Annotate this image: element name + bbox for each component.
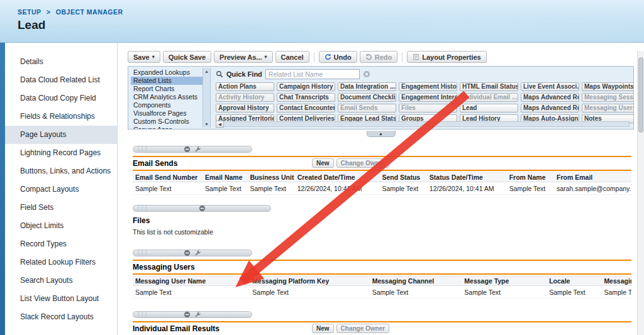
table-cell: Sample Text (601, 288, 631, 296)
related-list-item[interactable]: Messaging Users (582, 104, 633, 113)
related-list-item[interactable]: Individual Email ... (460, 93, 518, 102)
cancel-button[interactable]: Cancel (275, 51, 309, 63)
palette-category[interactable]: CRM Analytics Assets (131, 93, 203, 101)
sidebar-item[interactable]: Search Layouts (5, 272, 117, 290)
section-properties-wrench-icon[interactable] (194, 311, 201, 318)
scrollbar-thumb[interactable] (638, 57, 643, 133)
collapse-palette-handle[interactable]: ▲ (367, 131, 396, 137)
scroll-down-icon[interactable]: ▼ (204, 122, 209, 126)
related-list-item[interactable]: Messaging Sessions (582, 93, 633, 102)
palette-category[interactable]: Custom S-Controls (131, 118, 203, 126)
related-list-item[interactable]: Email Sends (338, 104, 396, 113)
layout-properties-icon (413, 53, 419, 60)
sidebar-item[interactable]: Related Lookup Filters (5, 253, 117, 272)
layout-canvas: ⋮⋮⋮ Email Sends New Change Owner (128, 146, 634, 335)
remove-section-icon[interactable] (184, 311, 191, 318)
section-title: Files (133, 216, 150, 225)
remove-section-icon[interactable] (184, 146, 191, 153)
related-list-item[interactable]: Document Checklis... (338, 93, 396, 102)
breadcrumb-object-manager-link[interactable]: OBJECT MANAGER (56, 8, 123, 16)
palette-category[interactable]: Canvas Apps (131, 126, 203, 129)
related-list-item[interactable]: Live Event Associ... (521, 82, 579, 91)
table-cell: Sample Text (133, 288, 250, 296)
related-list-item[interactable]: Contact Encounters (277, 104, 335, 113)
remove-section-icon[interactable] (199, 205, 206, 212)
layout-properties-button[interactable]: Layout Properties (407, 51, 487, 63)
related-list-item[interactable]: Maps Advanced Rou... (521, 93, 579, 102)
sidebar-item[interactable]: Lightning Record Pages (5, 144, 117, 162)
palette-category-scrollbar[interactable]: ▲ ▼ (203, 68, 211, 128)
section-title: Individual Email Results (133, 324, 219, 333)
quick-find-input[interactable] (265, 69, 360, 79)
related-list-item[interactable]: Engagement Intera... (399, 93, 457, 102)
change-owner-button[interactable]: Change Owner (336, 158, 390, 168)
related-list-item[interactable]: Maps Advanced Rou... (521, 104, 579, 113)
related-list-item[interactable]: Data Integration ... (338, 82, 396, 91)
section-drag-bar[interactable]: ⋮⋮⋮ (133, 311, 252, 318)
sidebar-item[interactable]: Data Cloud Related List (5, 71, 117, 89)
clear-search-icon[interactable] (363, 70, 370, 78)
section-properties-wrench-icon[interactable] (194, 146, 201, 153)
table-header-row: Messaging User Name Messaging Platform K… (133, 276, 631, 286)
scroll-left-icon[interactable]: ◀ (216, 121, 224, 128)
save-button[interactable]: Save ▾ (128, 51, 160, 63)
sidebar-item[interactable]: Field Sets (5, 199, 117, 217)
drop-indicator-line (133, 156, 631, 157)
section-drag-bar[interactable]: ⋮⋮⋮ (133, 250, 252, 256)
new-button[interactable]: New (312, 158, 334, 168)
scroll-up-icon[interactable]: ▲ (204, 69, 209, 74)
sidebar-item[interactable]: Data Cloud Copy Field (5, 89, 117, 107)
sidebar-item[interactable]: Slack Record Layouts (5, 308, 117, 326)
related-list-item[interactable]: Action Plans (216, 82, 274, 91)
preview-as-button[interactable]: Preview As... ▾ (214, 51, 272, 63)
quick-save-button[interactable]: Quick Save (163, 51, 211, 63)
sidebar-item[interactable]: Compact Layouts (5, 180, 117, 199)
redo-icon (365, 53, 372, 60)
table-header-row: Email Send Number Email Name Business Un… (133, 172, 631, 182)
related-list-item[interactable]: HTML Email Status (460, 82, 518, 91)
palette-category[interactable]: Visualforce Pages (131, 109, 203, 118)
palette-category[interactable]: Report Charts (131, 85, 203, 93)
sidebar-item[interactable]: Object Limits (5, 217, 117, 235)
related-list-item[interactable]: Files (399, 104, 457, 113)
section-drag-bar[interactable]: ⋮⋮⋮ (133, 146, 252, 153)
breadcrumb-separator: > (47, 8, 51, 16)
section-properties-wrench-icon[interactable] (194, 250, 201, 256)
palette-category[interactable]: Components (131, 101, 203, 109)
remove-section-icon[interactable] (184, 250, 191, 256)
sidebar-item[interactable]: Page Layouts (5, 126, 117, 144)
sidebar-item[interactable]: Record Types (5, 235, 117, 253)
toolbar-divider (314, 52, 314, 62)
undo-button[interactable]: Undo (319, 51, 357, 63)
table-cell: Sample Text (250, 288, 369, 296)
palette-panel: Expanded Lookups Related Lists Report Ch… (128, 66, 634, 129)
section-drag-bar[interactable]: ⋮⋮⋮ (133, 205, 271, 212)
related-list-item[interactable]: Campaign History (277, 82, 335, 91)
related-list-item[interactable]: Approval History (216, 104, 274, 113)
related-list-item[interactable]: Lead (460, 104, 518, 113)
related-list-item[interactable]: Activity History (216, 93, 274, 102)
related-list-item[interactable]: Chat Transcripts (277, 93, 335, 102)
palette-category[interactable]: Related Lists (131, 77, 203, 85)
quick-find-label: Quick Find (226, 70, 262, 78)
change-owner-button[interactable]: Change Owner (336, 324, 390, 333)
column-header: Message Type (462, 277, 547, 285)
main-vertical-scrollbar[interactable] (637, 51, 644, 335)
sidebar-item[interactable]: Fields & Relationships (5, 107, 117, 126)
breadcrumb-setup-link[interactable]: SETUP (18, 8, 41, 16)
related-list-item[interactable]: Engagement History (399, 82, 457, 91)
drag-grip-icon: ⋮⋮⋮ (136, 205, 147, 211)
new-button[interactable]: New (312, 324, 334, 333)
not-customizable-note: This list is not customizable (133, 228, 631, 236)
redo-button[interactable]: Redo (360, 51, 398, 63)
palette-category[interactable]: Expanded Lookups (131, 69, 203, 77)
related-list-item[interactable]: Maps Waypoints (582, 82, 633, 91)
horizontal-scroll-track[interactable] (224, 121, 630, 127)
layout-properties-label: Layout Properties (422, 53, 481, 61)
table-cell: Sample Text (247, 185, 294, 192)
related-list-section-individual-email-results: ⋮⋮⋮ Individual Email Results New Change … (133, 311, 631, 335)
sidebar-item[interactable]: Details (5, 53, 117, 71)
sidebar-item[interactable]: Buttons, Links, and Actions (5, 162, 117, 180)
table-cell: Sample Text (380, 185, 427, 192)
sidebar-item[interactable]: List View Button Layout (5, 290, 117, 308)
